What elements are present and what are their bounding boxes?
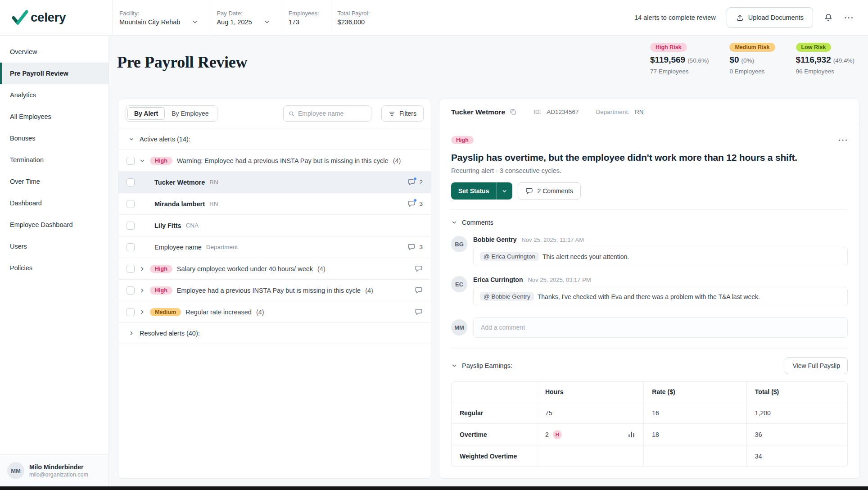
employee-name: Tucker Wetmore — [154, 179, 205, 186]
set-status-button[interactable]: Set Status — [451, 182, 512, 200]
employee-name: Lily Fitts — [154, 222, 181, 229]
alerts-list: Active alerts (14): High Warning: Employ… — [118, 128, 431, 478]
rate-cell: 18 — [643, 423, 746, 445]
sidebar-item-over-time[interactable]: Over Time — [0, 171, 108, 192]
checkbox[interactable] — [127, 265, 135, 273]
high-risk-employees: 77 Employees — [650, 68, 709, 75]
facility-value: Mountain City Rehab — [119, 18, 180, 26]
view-full-payslip-button[interactable]: View Full Payslip — [785, 357, 848, 374]
upload-documents-label: Upload Documents — [748, 14, 804, 21]
chevron-down-icon — [451, 219, 457, 226]
pay-date-selector[interactable]: Pay Date: Aug 1, 2025 — [210, 0, 281, 35]
page-title: Pre Payroll Review — [117, 53, 247, 72]
table-row: Overtime 2 H 18 — [452, 423, 847, 445]
chevron-down-icon — [139, 158, 145, 164]
column-header-rate: Rate ($) — [643, 382, 746, 402]
employee-comments-indicator[interactable]: 2 — [407, 178, 423, 186]
sidebar-item-termination[interactable]: Termination — [0, 149, 108, 171]
id-label: ID: — [533, 109, 541, 115]
employee-row[interactable]: Lily Fitts CNA — [118, 214, 431, 236]
alert-text: Employee had a previous INSTA Pay but is… — [177, 287, 361, 294]
employee-search[interactable] — [283, 105, 371, 122]
set-status-dropdown[interactable] — [496, 182, 512, 200]
checkbox[interactable] — [127, 286, 135, 295]
search-input[interactable] — [298, 110, 366, 117]
comment-count: 2 — [419, 179, 423, 186]
sidebar-item-bonuses[interactable]: Bonuses — [0, 127, 108, 149]
sidebar-item-users[interactable]: Users — [0, 236, 108, 257]
copy-icon[interactable] — [510, 109, 516, 115]
mention-chip[interactable]: @ Bobbie Gentry — [480, 292, 534, 301]
alert-text: Warning: Employee had a previous INSTA P… — [177, 157, 389, 164]
chevron-right-icon — [139, 266, 145, 272]
sidebar-user[interactable]: MM Milo Minderbinder milo@organization.c… — [0, 454, 108, 486]
alert-group-row[interactable]: High Salary employee worked under 40 hou… — [118, 258, 431, 279]
alert-group-row[interactable]: Medium Regular rate increased (4) — [118, 301, 431, 322]
employee-row[interactable]: Employee name Department 3 — [118, 236, 431, 258]
rate-cell — [643, 445, 746, 467]
sidebar-item-dashboard[interactable]: Dashboard — [0, 192, 108, 214]
sidebar: Overview Pre Payroll Review Analytics Al… — [0, 36, 109, 486]
group-comments-indicator[interactable] — [415, 308, 423, 316]
checkbox[interactable] — [127, 222, 135, 230]
tab-by-employee[interactable]: By Employee — [165, 107, 215, 120]
tab-by-alert[interactable]: By Alert — [127, 107, 165, 120]
unread-dot — [413, 177, 417, 181]
add-comment-input[interactable] — [481, 324, 840, 331]
resolved-alerts-header[interactable]: Resolved alerts (40): — [118, 322, 431, 344]
comment-author: Bobbie Gentry — [473, 236, 516, 243]
employees-stat: Employees: 173 — [282, 0, 331, 35]
employee-comments-indicator[interactable]: 3 — [407, 243, 423, 251]
medium-risk-employees: 0 Employees — [729, 68, 775, 75]
avatar: MM — [7, 462, 24, 479]
detail-more-options-icon[interactable]: ⋯ — [838, 135, 848, 145]
top-bar: celery Facility: Mountain City Rehab Pay… — [0, 0, 868, 36]
active-alerts-header[interactable]: Active alerts (14): — [118, 128, 431, 150]
comments-count-button[interactable]: 2 Comments — [518, 182, 580, 200]
alert-count: (4) — [365, 287, 373, 294]
filters-label: Filters — [399, 110, 416, 117]
alerts-panel: By Alert By Employee Filters — [118, 99, 431, 479]
add-comment-box[interactable] — [473, 317, 848, 338]
checkbox[interactable] — [127, 200, 135, 208]
filters-button[interactable]: Filters — [381, 105, 424, 122]
checkbox[interactable] — [127, 243, 135, 251]
sidebar-item-employee-dashboard[interactable]: Employee Dashboard — [0, 214, 108, 236]
group-comments-indicator[interactable] — [415, 265, 423, 273]
checkbox[interactable] — [127, 308, 135, 316]
risk-summary: High Risk $119,569 (50.6%) 77 Employees … — [650, 43, 854, 75]
chevron-down-icon — [192, 19, 198, 25]
upload-documents-button[interactable]: Upload Documents — [727, 7, 813, 28]
chevron-right-icon — [139, 287, 145, 294]
alert-detail-panel: Tucker Wetmore ID: AD1234567 Department:… — [439, 99, 860, 479]
employee-row[interactable]: Tucker Wetmore RN 2 — [118, 171, 431, 193]
column-header-empty — [452, 382, 537, 402]
main-content: Pre Payroll Review High Risk $119,569 (5… — [109, 36, 868, 486]
comment-icon — [415, 265, 423, 273]
payslip-earnings-header[interactable]: Payslip Earnings: — [451, 362, 512, 369]
sidebar-item-analytics[interactable]: Analytics — [0, 84, 108, 106]
detail-severity-badge: High — [451, 136, 474, 144]
logo: celery — [0, 0, 113, 35]
sidebar-item-pre-payroll-review[interactable]: Pre Payroll Review — [0, 63, 108, 84]
employee-row[interactable]: Miranda lambert RN 3 — [118, 193, 431, 214]
employee-comments-indicator[interactable]: 3 — [407, 200, 423, 208]
sidebar-item-policies[interactable]: Policies — [0, 257, 108, 279]
group-comments-indicator[interactable] — [415, 286, 423, 295]
comments-section-header[interactable]: Comments — [451, 219, 848, 226]
column-header-total: Total ($) — [746, 382, 847, 402]
checkbox[interactable] — [127, 178, 135, 186]
mention-chip[interactable]: @ Erica Currington — [480, 252, 539, 261]
notifications-bell-icon[interactable] — [824, 13, 833, 22]
alert-group-row[interactable]: High Warning: Employee had a previous IN… — [118, 150, 431, 171]
sidebar-item-all-employees[interactable]: All Employees — [0, 106, 108, 127]
facility-selector[interactable]: Facility: Mountain City Rehab — [113, 0, 210, 35]
more-options-icon[interactable]: ⋯ — [844, 13, 854, 23]
sidebar-item-overview[interactable]: Overview — [0, 41, 108, 63]
employee-name: Miranda lambert — [154, 200, 205, 208]
alert-group-row[interactable]: High Employee had a previous INSTA Pay b… — [118, 279, 431, 301]
total-cell: 1,200 — [746, 402, 847, 423]
logo-text: celery — [31, 10, 66, 25]
checkbox[interactable] — [127, 157, 135, 165]
bar-chart-icon[interactable] — [628, 431, 635, 438]
